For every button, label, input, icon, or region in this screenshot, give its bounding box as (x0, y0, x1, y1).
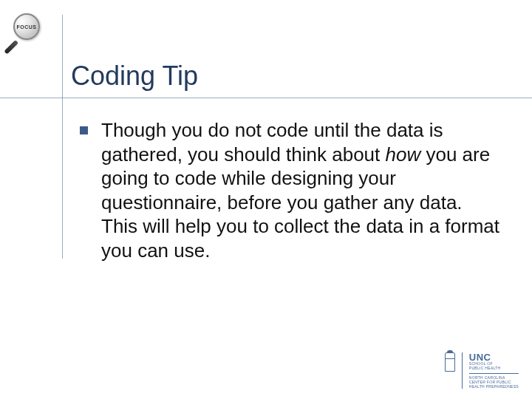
bullet-text-italic: how (386, 143, 421, 166)
vertical-divider (62, 15, 63, 259)
slide-title: Coding Tip (65, 61, 510, 92)
unc-sub2: PUBLIC HEALTH (469, 366, 519, 371)
slide-header: Coding Tip (65, 61, 510, 96)
focus-logo: FOCUS (13, 13, 50, 50)
slide-body: Though you do not code until the data is… (80, 118, 502, 262)
footer-divider (462, 352, 463, 389)
title-underline (0, 98, 532, 98)
footer-logo: UNC SCHOOL OF PUBLIC HEALTH NORTH CAROLI… (445, 352, 519, 389)
footer-text: UNC SCHOOL OF PUBLIC HEALTH NORTH CAROLI… (469, 352, 519, 389)
bullet-text: Though you do not code until the data is… (101, 118, 502, 262)
square-bullet-icon (80, 126, 88, 134)
magnifier-icon: FOCUS (13, 13, 50, 50)
unc-center: NORTH CAROLINA CENTER FOR PUBLIC HEALTH … (469, 373, 519, 389)
bullet-item: Though you do not code until the data is… (80, 118, 502, 262)
unc-well-icon (445, 352, 455, 372)
logo-text: FOCUS (17, 24, 37, 30)
